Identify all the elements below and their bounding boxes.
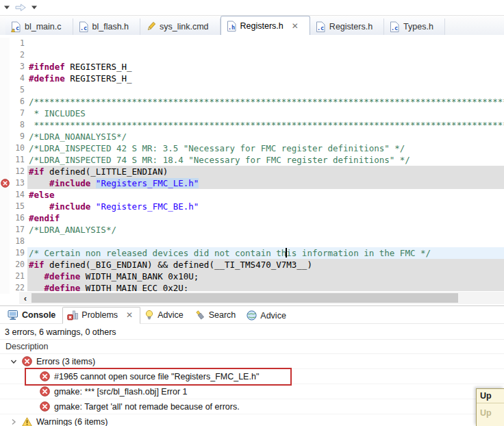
code-text: #ifndef REGISTERS_H_ xyxy=(27,61,504,73)
annotation-ruler xyxy=(0,166,10,177)
code-line-21[interactable]: 21 #define WIDTH_MAIN_BANK 0x10U; xyxy=(0,271,504,282)
code-line-1[interactable]: 1 xyxy=(0,38,504,49)
lightbulb-icon xyxy=(144,310,154,321)
dropdown-icon[interactable] xyxy=(4,5,10,10)
code-line-11[interactable]: 11/*LDRA_INSPECTED 74 S MR: 18.4 "Necess… xyxy=(0,154,504,166)
line-number: 15 xyxy=(10,201,27,212)
annotation-ruler xyxy=(0,108,10,119)
code-segment: REGISTERS_H_ xyxy=(65,73,132,84)
code-segment xyxy=(90,201,96,212)
c-file-warn-icon: .c xyxy=(11,21,21,32)
collapse-arrow-icon[interactable] xyxy=(10,358,18,365)
line-number: 13 xyxy=(10,177,27,189)
code-segment: #else xyxy=(29,190,55,200)
editor-tab-registers-h[interactable]: .cRegisters.h xyxy=(310,18,384,35)
error-icon xyxy=(40,401,50,412)
error-marker-icon[interactable] xyxy=(0,177,10,189)
code-line-2[interactable]: 2 xyxy=(0,49,504,61)
c-file-icon: .c xyxy=(79,21,89,32)
annotation-ruler xyxy=(0,131,10,142)
description-column-header[interactable]: Description xyxy=(0,339,504,354)
editor-tab-bar: .cbl_main.c.cbl_flash.hsys_link.cmd.hReg… xyxy=(0,16,504,36)
code-text xyxy=(27,84,504,96)
editor-tab-bl_main-c[interactable]: .cbl_main.c xyxy=(5,18,73,35)
code-line-10[interactable]: 10/*LDRA_INSPECTED 42 S MR: 3.5 "Necessa… xyxy=(0,142,504,154)
line-number: 2 xyxy=(10,49,27,61)
code-line-19[interactable]: 19/* Certain non released devices did no… xyxy=(0,247,504,259)
problems-item-row[interactable]: #1965 cannot open source file "Registers… xyxy=(0,369,504,384)
code-line-20[interactable]: 20#if defined(_BIG_ENDIAN) && defined(__… xyxy=(0,259,504,271)
code-line-3[interactable]: 3#ifndef REGISTERS_H_ xyxy=(0,61,504,73)
editor-tab-bl_flash-h[interactable]: .cbl_flash.h xyxy=(73,18,141,35)
error-icon xyxy=(22,356,32,366)
problems-group-row[interactable]: Errors (3 items) xyxy=(0,354,504,369)
problem-label: #1965 cannot open source file "Registers… xyxy=(54,372,259,381)
svg-text:.c: .c xyxy=(391,25,398,32)
main-toolbar xyxy=(0,0,504,16)
editor-tab-registers-h[interactable]: .hRegisters.h✕ xyxy=(220,16,310,36)
code-line-4[interactable]: 4#define REGISTERS_H_ xyxy=(0,73,504,84)
problems-item-row[interactable]: gmake: *** [src/bl_flash.obj] Error 1 xyxy=(0,384,504,399)
editor-tab-sys_link-cmd[interactable]: sys_link.cmd xyxy=(140,18,220,35)
console-icon xyxy=(8,310,18,321)
code-line-7[interactable]: 7 * INCLUDES xyxy=(0,108,504,119)
problem-label: gmake: *** [src/bl_flash.obj] Error 1 xyxy=(54,387,188,397)
popup-ghost-text: Up xyxy=(477,403,504,418)
problem-label: gmake: Target 'all' not remade because o… xyxy=(54,402,240,412)
close-icon[interactable]: ✕ xyxy=(126,312,133,318)
code-text: #if defined(_LITTLE_ENDIAN) xyxy=(27,166,504,177)
horizontal-scrollbar[interactable]: ‹ xyxy=(19,291,504,304)
dropdown-icon[interactable] xyxy=(32,5,37,10)
code-text: #else xyxy=(27,189,504,201)
code-line-18[interactable]: 18 xyxy=(0,236,504,247)
panel-tab-advice-2[interactable]: Advice xyxy=(242,308,293,323)
problems-item-row[interactable]: gmake: Target 'all' not remade because o… xyxy=(0,399,504,414)
code-line-12[interactable]: 12#if defined(_LITTLE_ENDIAN) xyxy=(0,166,504,177)
code-line-17[interactable]: 17/*LDRA_ANALYSIS*/ xyxy=(0,224,504,236)
code-text xyxy=(27,236,504,247)
code-segment: * INCLUDES xyxy=(29,108,86,118)
forward-arrow-icon[interactable] xyxy=(14,3,27,12)
code-line-6[interactable]: 6/**************************************… xyxy=(0,96,504,108)
panel-tab-problems[interactable]: Problems✕ xyxy=(62,307,140,324)
code-line-9[interactable]: 9/*LDRA_NOANALYSIS*/ xyxy=(0,131,504,142)
code-text: /*LDRA_INSPECTED 74 S MR: 18.4 "Necessar… xyxy=(27,154,504,166)
editor-tab-types-h[interactable]: .cTypes.h xyxy=(384,18,445,35)
annotation-ruler xyxy=(0,73,10,84)
svg-text:.c: .c xyxy=(80,25,87,32)
panel-tab-advice[interactable]: Advice xyxy=(140,308,190,323)
scrollbar-thumb[interactable] xyxy=(32,293,458,303)
code-text: /* Certain non released devices did not … xyxy=(27,247,504,259)
code-line-14[interactable]: 14#else xyxy=(0,189,504,201)
annotation-ruler xyxy=(0,142,10,154)
line-number: 3 xyxy=(10,61,27,73)
panel-tab-console[interactable]: Console xyxy=(3,308,62,323)
h-file-icon: .h xyxy=(227,21,237,32)
tab-label: Console xyxy=(22,310,55,320)
code-line-5[interactable]: 5 xyxy=(0,84,504,96)
code-line-13[interactable]: 13 #include "Registers_FMC_LE.h" xyxy=(0,177,504,189)
svg-text:.h: .h xyxy=(228,23,235,30)
scroll-left-arrow-icon[interactable]: ‹ xyxy=(19,293,32,303)
code-line-16[interactable]: 16#endif xyxy=(0,212,504,224)
problems-group-row[interactable]: Warnings (6 items) xyxy=(0,414,504,426)
close-icon[interactable]: ✕ xyxy=(292,23,299,29)
code-editor[interactable]: 123#ifndef REGISTERS_H_4#define REGISTER… xyxy=(0,35,504,304)
error-icon xyxy=(40,386,50,397)
update-popup[interactable]: Up Up xyxy=(476,388,504,426)
expand-arrow-icon[interactable] xyxy=(10,418,18,425)
code-text: #define WIDTH_MAIN_BANK 0x10U; xyxy=(27,271,504,282)
line-number: 18 xyxy=(10,236,27,247)
code-text: #if defined(_BIG_ENDIAN) && defined(__TI… xyxy=(27,259,504,271)
torch-icon xyxy=(194,310,205,321)
problems-tree: Errors (3 items)#1965 cannot open source… xyxy=(0,354,504,426)
panel-tab-search[interactable]: Search xyxy=(190,308,243,323)
code-text: #define REGISTERS_H_ xyxy=(27,73,504,84)
annotation-ruler xyxy=(0,247,10,259)
code-segment: "Registers_FMC_LE.h" xyxy=(96,178,199,188)
code-line-8[interactable]: 8 **************************************… xyxy=(0,119,504,131)
code-text: /*LDRA_INSPECTED 42 S MR: 3.5 "Necessary… xyxy=(27,142,504,154)
annotation-ruler xyxy=(0,201,10,212)
code-segment: /*LDRA_INSPECTED 74 S MR: 18.4 "Necessar… xyxy=(29,155,410,165)
code-line-15[interactable]: 15 #include "Registers_FMC_BE.h" xyxy=(0,201,504,212)
